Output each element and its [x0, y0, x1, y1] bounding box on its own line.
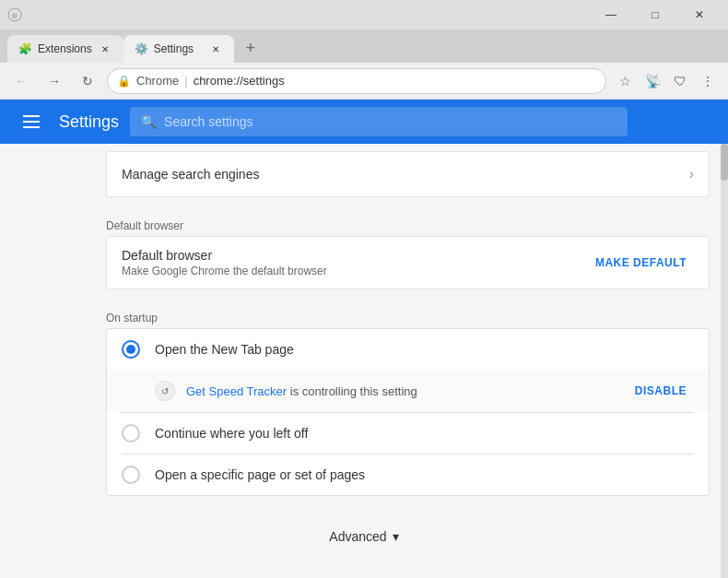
- maximize-button[interactable]: □: [634, 1, 676, 29]
- default-browser-card: Default browser Make Google Chrome the d…: [106, 236, 710, 289]
- extension-notice-suffix: is controlling this setting: [287, 384, 417, 398]
- new-tab-button[interactable]: +: [238, 35, 264, 61]
- address-row: ← → ↻ 🔒 Chrome | chrome://settings ☆ 📡 🛡…: [0, 63, 728, 100]
- radio-specific: [122, 466, 140, 484]
- advanced-section: Advanced ▾: [0, 507, 728, 559]
- menu-button[interactable]: ⋮: [695, 68, 721, 94]
- default-browser-subtitle: Make Google Chrome the default browser: [122, 265, 327, 277]
- on-startup-section: On startup Open the New Tab page ↺ Get S…: [0, 301, 728, 496]
- bookmark-button[interactable]: ☆: [612, 68, 638, 94]
- get-speed-tracker-link[interactable]: Get Speed Tracker: [186, 384, 287, 398]
- search-engines-section: Manage search engines ›: [0, 151, 728, 197]
- address-actions: ☆ 📡 🛡 ⋮: [612, 68, 721, 94]
- extensions-tab-label: Extensions: [38, 42, 92, 55]
- make-default-button[interactable]: MAKE DEFAULT: [588, 249, 694, 277]
- hamburger-button[interactable]: [15, 105, 48, 138]
- reload-button[interactable]: ↻: [74, 67, 101, 95]
- search-engines-card: Manage search engines ›: [106, 151, 710, 197]
- radio-continue: [122, 424, 140, 442]
- advanced-label: Advanced: [329, 529, 386, 544]
- startup-card: Open the New Tab page ↺ Get Speed Tracke…: [106, 328, 710, 496]
- extension-notice-text: Get Speed Tracker is controlling this se…: [186, 384, 616, 398]
- on-startup-section-label: On startup: [0, 301, 728, 328]
- settings-header-title: Settings: [59, 112, 119, 132]
- tab-extensions[interactable]: 🧩 Extensions ✕: [7, 35, 123, 63]
- secure-icon: 🔒: [117, 75, 131, 88]
- search-icon: 🔍: [141, 114, 157, 129]
- title-bar-left: ⊕: [7, 7, 22, 22]
- title-bar: ⊕ — □ ✕: [0, 0, 728, 29]
- startup-continue-label: Continue where you left off: [155, 426, 308, 441]
- browser-logo-icon: ⊕: [7, 7, 22, 22]
- settings-tab-close[interactable]: ✕: [208, 41, 223, 56]
- settings-tab-icon: ⚙️: [135, 42, 148, 55]
- default-browser-section: Default browser Default browser Make Goo…: [0, 208, 728, 289]
- extension-notice-row: ↺ Get Speed Tracker is controlling this …: [107, 370, 709, 412]
- radio-new-tab: [122, 340, 140, 359]
- minimize-button[interactable]: —: [590, 1, 632, 29]
- default-browser-section-label: Default browser: [0, 208, 728, 236]
- shield-button[interactable]: 🛡: [667, 68, 693, 94]
- default-browser-text: Default browser Make Google Chrome the d…: [122, 248, 327, 277]
- address-bar[interactable]: 🔒 Chrome | chrome://settings: [107, 68, 606, 94]
- settings-tab-label: Settings: [154, 42, 194, 55]
- advanced-button[interactable]: Advanced ▾: [314, 522, 413, 551]
- radio-new-tab-inner: [126, 345, 135, 354]
- tab-settings[interactable]: ⚙️ Settings ✕: [123, 35, 234, 63]
- window-controls: — □ ✕: [590, 1, 721, 29]
- settings-search-input[interactable]: [164, 114, 616, 129]
- back-button[interactable]: ←: [7, 67, 35, 95]
- startup-new-tab-label: Open the New Tab page: [155, 342, 294, 357]
- startup-option-specific[interactable]: Open a specific page or set of pages: [107, 454, 709, 495]
- startup-specific-label: Open a specific page or set of pages: [155, 467, 365, 482]
- tabs-row: 🧩 Extensions ✕ ⚙️ Settings ✕ +: [0, 29, 728, 63]
- extensions-tab-close[interactable]: ✕: [98, 41, 112, 56]
- address-site-label: Chrome: [136, 74, 179, 88]
- address-separator: |: [184, 74, 187, 88]
- disable-extension-button[interactable]: DISABLE: [628, 379, 694, 403]
- manage-search-engines-title: Manage search engines: [122, 167, 689, 182]
- manage-search-engines-row[interactable]: Manage search engines ›: [107, 152, 709, 196]
- browser-window: ⊕ — □ ✕ 🧩 Extensions ✕ ⚙️ Settings ✕ + ←…: [0, 0, 728, 578]
- close-button[interactable]: ✕: [678, 1, 721, 29]
- extension-icon: ↺: [155, 381, 175, 401]
- advanced-chevron-icon: ▾: [393, 529, 399, 544]
- manage-search-engines-text: Manage search engines: [122, 167, 689, 182]
- startup-option-continue[interactable]: Continue where you left off: [107, 413, 709, 454]
- chevron-right-icon: ›: [689, 166, 694, 182]
- settings-header: Settings 🔍: [0, 100, 728, 144]
- default-browser-title: Default browser: [122, 248, 327, 263]
- svg-text:⊕: ⊕: [11, 11, 18, 20]
- address-url: chrome://settings: [194, 74, 285, 88]
- settings-content: 911 Manage search engines › Default brow…: [0, 144, 728, 578]
- cast-button[interactable]: 📡: [640, 68, 665, 94]
- manage-search-engines-action: ›: [689, 166, 694, 183]
- hamburger-icon: [23, 115, 40, 128]
- settings-search-box[interactable]: 🔍: [130, 107, 628, 136]
- startup-option-new-tab[interactable]: Open the New Tab page: [107, 329, 709, 370]
- extensions-tab-icon: 🧩: [18, 42, 32, 55]
- forward-button[interactable]: →: [41, 67, 68, 95]
